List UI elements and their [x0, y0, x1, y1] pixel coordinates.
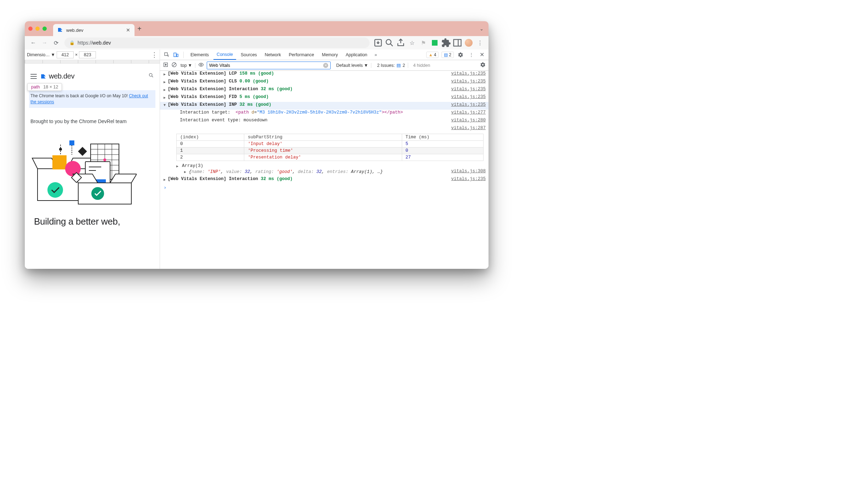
- more-tabs-icon[interactable]: »: [372, 51, 380, 59]
- svg-rect-14: [78, 147, 87, 156]
- extensions-icon[interactable]: [441, 38, 451, 48]
- messages-badge[interactable]: ▤2: [441, 52, 454, 58]
- console-prompt[interactable]: ›: [160, 184, 489, 191]
- tab-close-icon[interactable]: ✕: [126, 27, 130, 33]
- height-input[interactable]: 823: [79, 51, 96, 58]
- width-input[interactable]: 412: [57, 51, 74, 58]
- clear-filter-icon[interactable]: ✕: [323, 63, 328, 68]
- window-controls: [28, 27, 47, 31]
- sidepanel-icon[interactable]: [452, 38, 462, 48]
- tab-sources[interactable]: Sources: [238, 50, 260, 60]
- profile-avatar[interactable]: [464, 38, 474, 48]
- device-mode-pane: Dimensio…▼ 412 × 823 ⋮ web.dev: [25, 50, 160, 269]
- context-selector[interactable]: top▼: [180, 63, 195, 68]
- menu-icon[interactable]: [30, 74, 37, 79]
- console-row[interactable]: ▶ [Web Vitals Extension] FID 5 ms (good)…: [160, 94, 489, 102]
- svg-rect-12: [69, 140, 74, 145]
- svg-rect-35: [174, 53, 176, 57]
- console-row[interactable]: ▶ [Web Vitals Extension] Interaction 32 …: [160, 86, 489, 94]
- svg-rect-2: [454, 40, 461, 46]
- forward-button[interactable]: →: [40, 38, 50, 48]
- tab-memory[interactable]: Memory: [319, 50, 341, 60]
- source-link[interactable]: vitals.js:280: [447, 118, 486, 123]
- share-icon[interactable]: [396, 38, 406, 48]
- maximize-window-button[interactable]: [42, 27, 47, 31]
- install-icon[interactable]: [373, 38, 383, 48]
- devtools-close-icon[interactable]: ✕: [478, 51, 486, 59]
- console-row[interactable]: ▶ [Web Vitals Extension] Interaction 32 …: [160, 176, 489, 184]
- device-menu-icon[interactable]: ⋮: [151, 53, 158, 56]
- clear-console-icon[interactable]: [171, 62, 177, 69]
- device-toolbar: Dimensio…▼ 412 × 823 ⋮: [25, 50, 160, 60]
- live-expression-icon[interactable]: [198, 62, 204, 69]
- tab-application[interactable]: Application: [342, 50, 370, 60]
- minimize-window-button[interactable]: [35, 27, 40, 31]
- array-summary[interactable]: ▶Array(3): [160, 163, 489, 168]
- back-button[interactable]: ←: [28, 38, 38, 48]
- source-link[interactable]: vitals.js:235: [447, 79, 486, 84]
- console-row[interactable]: ▶ [Web Vitals Extension] LCP 158 ms (goo…: [160, 71, 489, 79]
- source-link[interactable]: vitals.js:235: [447, 102, 486, 107]
- tab-elements[interactable]: Elements: [187, 50, 212, 60]
- console-settings-icon[interactable]: [480, 62, 486, 69]
- source-link[interactable]: vitals.js:308: [447, 169, 486, 174]
- svg-point-9: [47, 182, 63, 198]
- chrome-menu-icon[interactable]: ⋮: [475, 38, 485, 48]
- console-row-expanded[interactable]: ▼ [Web Vitals Extension] INP 32 ms (good…: [160, 102, 489, 110]
- close-window-button[interactable]: [28, 27, 33, 31]
- console-sub-row: Interaction target: <path d="M3 18h18v-2…: [160, 110, 489, 117]
- warnings-badge[interactable]: ▲4: [426, 52, 439, 58]
- credit-text: Brought to you by the Chrome DevRel team: [29, 108, 155, 128]
- svg-point-11: [59, 148, 62, 151]
- tab-performance[interactable]: Performance: [286, 50, 318, 60]
- source-link[interactable]: vitals.js:235: [447, 94, 486, 99]
- extension-square-icon[interactable]: [430, 38, 440, 48]
- svg-rect-36: [177, 54, 178, 57]
- inspect-icon[interactable]: [163, 51, 171, 59]
- log-levels-select[interactable]: Default levels▼: [333, 63, 371, 68]
- tabs-menu-icon[interactable]: ⌄: [480, 26, 484, 31]
- console-object-row[interactable]: ▶ {name: 'INP', value: 32, rating: 'good…: [160, 168, 489, 176]
- reload-button[interactable]: ⟳: [51, 38, 61, 48]
- devtools-tablist: Elements Console Sources Network Perform…: [160, 50, 489, 60]
- title-bar: web.dev ✕ + ⌄: [25, 21, 489, 36]
- favicon-icon: [57, 27, 63, 33]
- address-bar[interactable]: 🔒 https://web.dev: [64, 37, 370, 48]
- svg-point-1: [386, 40, 391, 45]
- site-logo[interactable]: web.dev: [40, 72, 74, 80]
- url-protocol: https://: [78, 40, 92, 46]
- source-link[interactable]: vitals.js:235: [447, 87, 486, 92]
- source-link[interactable]: vitals.js:235: [447, 71, 486, 76]
- console-toolbar: top▼ ✕ Default levels▼ 2 Issues: ▤ 2 4 h…: [160, 60, 489, 71]
- flag-icon[interactable]: ⚑: [418, 38, 428, 48]
- site-header: web.dev: [29, 70, 155, 84]
- lock-icon: 🔒: [69, 40, 75, 45]
- dimensions-select[interactable]: Dimensio…▼: [27, 52, 55, 57]
- hero-headline: Building a better web,: [29, 213, 155, 227]
- zoom-icon[interactable]: [384, 38, 394, 48]
- console-sub-row: Interaction event type: mousedown vitals…: [160, 117, 489, 125]
- play-icon[interactable]: [163, 62, 169, 69]
- search-icon[interactable]: [148, 73, 154, 80]
- source-link[interactable]: vitals.js:235: [447, 177, 486, 181]
- url-host: web.dev: [92, 40, 111, 46]
- tab-network[interactable]: Network: [262, 50, 284, 60]
- settings-icon[interactable]: [457, 51, 464, 59]
- ruler: [25, 60, 160, 64]
- console-row[interactable]: ▶ [Web Vitals Extension] CLS 0.00 (good)…: [160, 79, 489, 86]
- svg-rect-7: [52, 155, 67, 169]
- svg-point-3: [149, 74, 152, 76]
- times-label: ×: [75, 52, 78, 57]
- console-output: ▶ [Web Vitals Extension] LCP 158 ms (goo…: [160, 71, 489, 269]
- bookmark-icon[interactable]: ☆: [407, 38, 417, 48]
- tab-console[interactable]: Console: [213, 50, 236, 60]
- source-link[interactable]: vitals.js:277: [447, 110, 486, 115]
- new-tab-button[interactable]: +: [137, 25, 142, 33]
- device-toggle-icon[interactable]: [172, 51, 180, 59]
- source-link[interactable]: vitals.js:287: [447, 126, 486, 131]
- devtools-menu-icon[interactable]: ⋮: [467, 51, 475, 59]
- tab-title: web.dev: [66, 28, 123, 33]
- issues-button[interactable]: 2 Issues: ▤ 2: [374, 63, 408, 68]
- browser-tab[interactable]: web.dev ✕: [53, 24, 135, 36]
- console-filter-input[interactable]: ✕: [207, 62, 331, 69]
